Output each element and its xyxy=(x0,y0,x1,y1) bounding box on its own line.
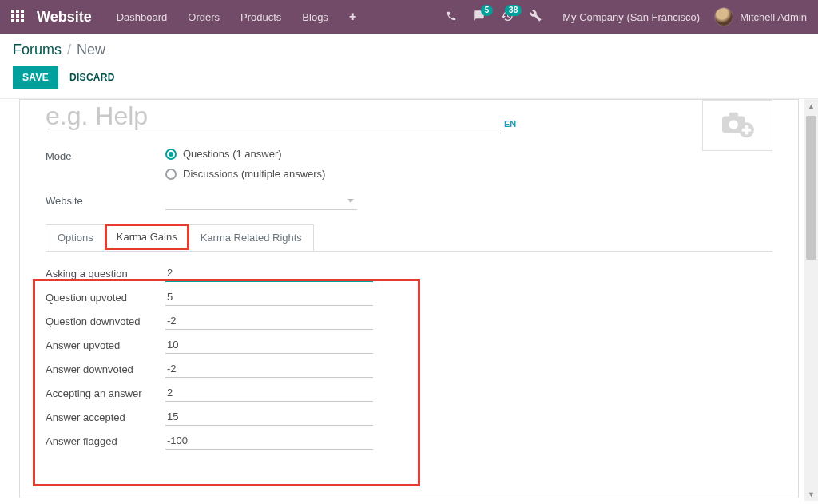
tab-bar: Options Karma Gains Karma Related Rights xyxy=(46,224,772,251)
karma-adown-input[interactable] xyxy=(165,360,373,378)
karma-qup-input[interactable] xyxy=(165,288,373,306)
tools-icon[interactable] xyxy=(523,10,548,24)
forum-name-input[interactable] xyxy=(46,100,501,133)
control-bar: Forums / New SAVE DISCARD xyxy=(0,34,818,99)
svg-rect-5 xyxy=(742,129,751,132)
karma-aup-label: Answer upvoted xyxy=(46,339,165,351)
website-select[interactable] xyxy=(165,192,357,210)
tab-karma-rights[interactable]: Karma Related Rights xyxy=(189,224,314,251)
activities-icon[interactable]: 38 xyxy=(494,10,520,25)
karma-qup-label: Question upvoted xyxy=(46,292,165,304)
karma-qdown-label: Question downvoted xyxy=(46,315,165,327)
nav-new-icon[interactable]: + xyxy=(340,10,365,24)
breadcrumb: Forums / New xyxy=(13,42,805,58)
karma-flagged-label: Answer flagged xyxy=(46,435,165,447)
nav-orders[interactable]: Orders xyxy=(179,11,228,23)
scroll-down-icon[interactable]: ▼ xyxy=(804,487,818,501)
scroll-thumb[interactable] xyxy=(806,116,816,260)
karma-accepting-input[interactable] xyxy=(165,384,373,402)
nav-products[interactable]: Products xyxy=(232,11,290,23)
karma-qdown-input[interactable] xyxy=(165,312,373,330)
mode-option-label: Questions (1 answer) xyxy=(183,148,282,160)
lang-badge[interactable]: EN xyxy=(504,119,516,129)
form-body: EN Mode Questions (1 answer) Discussions… xyxy=(0,99,818,501)
mode-questions-radio[interactable]: Questions (1 answer) xyxy=(165,148,325,160)
nav-blogs[interactable]: Blogs xyxy=(293,11,337,23)
company-switcher[interactable]: My Company (San Francisco) xyxy=(551,11,711,23)
scroll-up-icon[interactable]: ▲ xyxy=(804,99,818,113)
radio-checked-icon xyxy=(165,149,177,160)
app-brand[interactable]: Website xyxy=(37,9,92,26)
save-button[interactable]: SAVE xyxy=(13,66,58,89)
messages-badge: 5 xyxy=(481,5,494,16)
activities-badge: 38 xyxy=(505,5,522,16)
top-navbar: Website Dashboard Orders Products Blogs … xyxy=(0,0,818,34)
karma-flagged-input[interactable] xyxy=(165,432,373,450)
phone-icon[interactable] xyxy=(439,10,463,24)
discard-button[interactable]: DISCARD xyxy=(69,72,115,83)
karma-accepting-label: Accepting an answer xyxy=(46,387,165,399)
avatar xyxy=(714,7,733,26)
mode-option-label: Discussions (multiple answers) xyxy=(183,168,325,180)
user-name: Mitchell Admin xyxy=(740,11,807,23)
website-label: Website xyxy=(46,192,165,207)
mode-label: Mode xyxy=(46,148,165,162)
mode-discussions-radio[interactable]: Discussions (multiple answers) xyxy=(165,168,325,180)
radio-unchecked-icon xyxy=(165,169,177,180)
tab-pane-karma-gains: Asking a question Question upvoted Quest… xyxy=(46,251,772,462)
breadcrumb-root[interactable]: Forums xyxy=(13,42,62,58)
karma-accepted-label: Answer accepted xyxy=(46,411,165,423)
karma-asking-input[interactable] xyxy=(165,264,373,282)
user-menu[interactable]: Mitchell Admin xyxy=(714,7,807,26)
karma-adown-label: Answer downvoted xyxy=(46,363,165,375)
scroll-track[interactable] xyxy=(804,113,818,487)
karma-asking-label: Asking a question xyxy=(46,268,165,280)
vertical-scrollbar[interactable]: ▲ ▼ xyxy=(804,99,818,501)
tab-options[interactable]: Options xyxy=(46,224,105,251)
breadcrumb-current: New xyxy=(77,42,105,58)
breadcrumb-sep: / xyxy=(67,42,71,58)
karma-aup-input[interactable] xyxy=(165,336,373,354)
image-placeholder[interactable] xyxy=(702,100,772,151)
tab-karma-gains[interactable]: Karma Gains xyxy=(105,224,189,250)
messages-icon[interactable]: 5 xyxy=(467,10,491,24)
svg-rect-1 xyxy=(729,113,738,118)
form-sheet: EN Mode Questions (1 answer) Discussions… xyxy=(19,99,799,498)
svg-point-2 xyxy=(729,120,738,129)
karma-accepted-input[interactable] xyxy=(165,408,373,426)
nav-dashboard[interactable]: Dashboard xyxy=(108,11,177,23)
apps-icon[interactable] xyxy=(11,10,26,24)
